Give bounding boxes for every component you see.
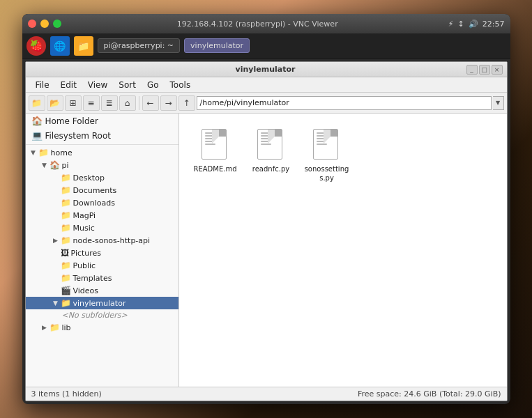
fm-sidebar: 🏠 Home Folder 💻 Filesystem Root ▼ 📁 home [26,114,179,387]
status-free-space: Free space: 24.6 GiB (Total: 29.0 GiB) [358,389,501,398]
tree-item-pictures[interactable]: 🖼 Pictures [26,247,178,259]
tree-item-home[interactable]: ▼ 📁 home [26,146,178,159]
tree-item-node-sonos[interactable]: ▶ 📁 node-sonos-http-api [26,234,178,247]
clock: 22:57 [482,20,505,29]
minimize-button[interactable] [40,20,49,28]
forward-button[interactable]: → [160,95,177,111]
vinylemulator-folder-icon: 📁 [61,298,71,308]
menu-tools[interactable]: Tools [165,79,197,91]
sidebar-item-home-label: Home Folder [45,116,98,126]
fm-main: 🏠 Home Folder 💻 Filesystem Root ▼ 📁 home [26,114,507,387]
tree-item-templates[interactable]: 📁 Templates [26,272,178,284]
list-view-button[interactable]: ≡ [83,95,100,111]
tree-item-music[interactable]: 📁 Music [26,222,178,234]
tree-toggle-lib[interactable]: ▶ [40,324,50,331]
tree-label-vinylemulator: vinylemulator [73,299,126,308]
bluetooth-icon: ⚡ [448,20,454,29]
sidebar-item-home[interactable]: 🏠 Home Folder [26,114,178,128]
tree-item-vinylemulator[interactable]: ▼ 📁 vinylemulator [26,297,178,309]
tree-item-documents[interactable]: 📁 Documents [26,184,178,196]
fm-win-controls: _ □ × [466,65,503,75]
file-item-sonossettings[interactable]: sonossettings.py [302,125,352,187]
tree-label-desktop: Desktop [73,173,105,183]
fm-statusbar: 3 items (1 hidden) Free space: 24.6 GiB … [26,387,507,401]
open-button[interactable]: 📂 [47,95,63,111]
tree-label-public: Public [73,261,96,270]
maximize-button[interactable] [53,20,61,28]
tree-label-videos: Videos [73,286,99,295]
file-icon-sonossettings [313,129,341,162]
folder-icon: 📁 [38,148,49,157]
tree-label-magpi: MagPi [73,211,96,220]
menu-edit[interactable]: Edit [55,79,82,91]
menu-go[interactable]: Go [142,79,165,91]
new-folder-button[interactable]: 📁 [29,95,45,111]
browser-button[interactable]: 🌐 [50,36,70,56]
tree-item-magpi[interactable]: 📁 MagPi [26,209,178,222]
tree-label-downloads: Downloads [73,199,115,208]
tree-item-lib[interactable]: ▶ 📁 lib [26,321,178,334]
tree-label-music: Music [73,224,95,233]
templates-folder-icon: 📁 [61,273,71,283]
pictures-folder-icon: 🖼 [61,248,69,258]
detail-view-button[interactable]: ≣ [101,95,118,111]
fm-close-button[interactable]: × [492,65,503,75]
tree-item-videos[interactable]: 🎬 Videos [26,284,178,297]
vnc-window: 192.168.4.102 (raspberrypi) - VNC Viewer… [22,14,510,404]
tree-item-public[interactable]: 📁 Public [26,259,178,272]
tree-item-desktop[interactable]: 📁 Desktop [26,171,178,184]
vnc-tray: ⚡ ↕ 🔊 22:57 [448,20,505,29]
tree-item-pi[interactable]: ▼ 🏠 pi [26,159,178,171]
icon-view-button[interactable]: ⊞ [65,95,82,111]
tree-toggle-home[interactable]: ▼ [29,149,38,156]
fm-minimize-button[interactable]: _ [466,65,478,75]
volume-icon: 🔊 [469,20,478,29]
home-button[interactable]: ⌂ [119,95,136,111]
menu-view[interactable]: View [82,79,113,91]
file-icon-readnfc [257,129,285,162]
address-bar[interactable]: /home/pi/vinylemulator [197,96,492,110]
downloads-folder-icon: 📁 [61,198,71,208]
filesystem-icon: 💻 [31,130,43,141]
fm-toolbar: 📁 📂 ⊞ ≡ ≣ ⌂ ← → ↑ /home/pi/vinylemulator… [26,93,507,114]
menu-file[interactable]: File [30,79,55,91]
tree-toggle-pi[interactable]: ▼ [40,162,50,169]
tree-label-lib: lib [62,323,71,332]
tree-item-downloads[interactable]: 📁 Downloads [26,196,178,209]
tree-label-home: home [51,148,73,157]
fm-titlebar: vinylemulator _ □ × [26,62,507,77]
file-label-readme: README.md [193,164,236,173]
address-dropdown[interactable]: ▼ [493,96,504,110]
tree-label-templates: Templates [73,274,112,283]
raspberry-menu-button[interactable]: 🍓 [26,36,46,56]
vnc-titlebar: 192.168.4.102 (raspberrypi) - VNC Viewer… [22,14,510,33]
tree-toggle-node-sonos[interactable]: ▶ [51,237,61,244]
vnc-title: 192.168.4.102 (raspberrypi) - VNC Viewer [67,20,448,29]
lib-folder-icon: 📁 [50,323,60,332]
tree-label-documents: Documents [73,186,117,195]
tree-label-node-sonos: node-sonos-http-api [73,236,151,245]
fm-filearea: README.md readnfc.py [179,114,507,387]
sidebar-item-filesystem[interactable]: 💻 Filesystem Root [26,128,178,143]
no-subfolders-label: <No subfolders> [62,311,128,320]
file-item-readme[interactable]: README.md [190,125,241,178]
fm-maximize-button[interactable]: □ [479,65,490,75]
filemanager-button[interactable]: 📁 [74,36,93,56]
close-button[interactable] [28,20,36,28]
music-folder-icon: 📁 [61,223,71,233]
home-folder-icon: 🏠 [31,116,43,126]
sidebar-divider [26,144,178,145]
tree-label-pictures: Pictures [71,249,102,258]
terminal2-button[interactable]: vinylemulator [184,38,250,53]
file-label-sonossettings: sonossettings.py [305,164,349,183]
menu-sort[interactable]: Sort [113,79,142,91]
fm-title: vinylemulator [65,65,466,74]
file-item-readnfc[interactable]: readnfc.py [246,125,296,178]
file-manager-window: vinylemulator _ □ × File Edit View Sort … [25,61,508,401]
up-button[interactable]: ↑ [178,95,195,111]
network-icon: ↕ [458,20,464,29]
public-folder-icon: 📁 [61,261,71,270]
back-button[interactable]: ← [142,95,159,111]
tree-toggle-vinylemulator[interactable]: ▼ [51,300,61,307]
terminal1-button[interactable]: pi@raspberrypi: ~ [98,38,181,53]
